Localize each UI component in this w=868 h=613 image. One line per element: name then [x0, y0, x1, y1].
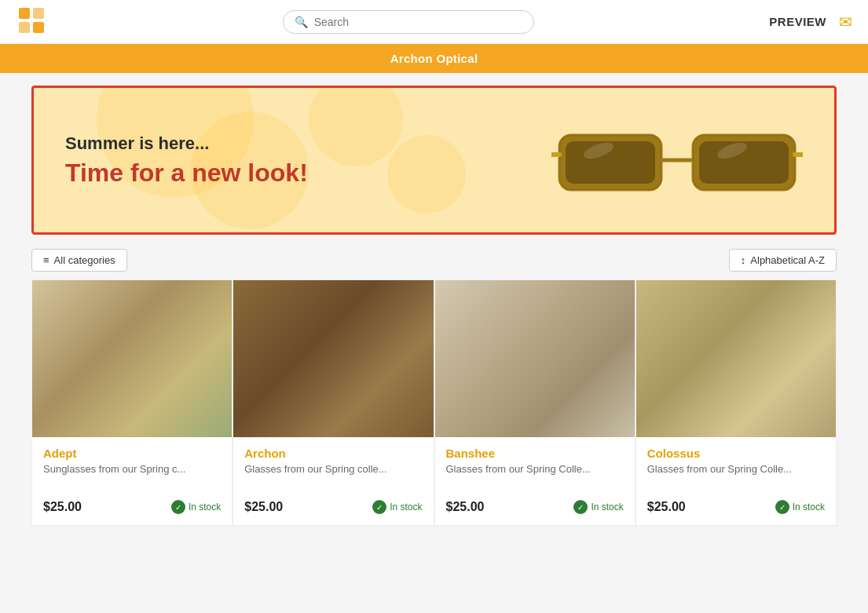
- product-name-0: Adept: [43, 447, 221, 460]
- svg-rect-0: [19, 8, 30, 19]
- product-name-2: Banshee: [446, 447, 624, 460]
- in-stock-badge-0: ✓ In stock: [171, 500, 221, 514]
- hero-banner: Summer is here... Time for a new look!: [31, 86, 837, 235]
- hero-line2: Time for a new look!: [65, 159, 308, 188]
- product-footer-0: $25.00 ✓ In stock: [32, 494, 232, 525]
- filter-icon: ≡: [43, 254, 49, 266]
- product-footer-2: $25.00 ✓ In stock: [435, 494, 635, 525]
- product-desc-3: Glasses from our Spring Colle...: [647, 463, 825, 475]
- product-desc-0: Sunglasses from our Spring c...: [43, 463, 221, 475]
- check-icon-2: ✓: [573, 500, 588, 514]
- product-image-3: [636, 280, 836, 437]
- hero-glasses: [551, 111, 803, 209]
- product-card[interactable]: Colossus Glasses from our Spring Colle..…: [635, 279, 837, 526]
- products-grid: Adept Sunglasses from our Spring c... $2…: [0, 279, 868, 526]
- search-input[interactable]: [314, 16, 522, 28]
- product-card[interactable]: Archon Glasses from our Spring colle... …: [233, 279, 434, 526]
- svg-rect-2: [19, 22, 30, 33]
- svg-rect-1: [33, 8, 44, 19]
- product-footer-1: $25.00 ✓ In stock: [233, 494, 433, 525]
- check-icon-3: ✓: [775, 500, 789, 514]
- svg-rect-3: [33, 22, 44, 33]
- product-name-3: Colossus: [647, 447, 825, 460]
- product-info-3: Colossus Glasses from our Spring Colle..…: [636, 437, 836, 494]
- store-title: Archon Optical: [390, 52, 478, 65]
- check-icon-1: ✓: [372, 500, 386, 514]
- in-stock-badge-1: ✓ In stock: [372, 500, 422, 514]
- mail-icon[interactable]: ✉: [839, 13, 852, 31]
- sort-icon: ↕: [741, 254, 746, 266]
- product-name-1: Archon: [244, 447, 422, 460]
- filter-bar: ≡ All categories ↕ Alphabetical A-Z: [0, 241, 868, 279]
- hero-section: Summer is here... Time for a new look!: [0, 73, 868, 241]
- search-icon: 🔍: [295, 16, 308, 28]
- product-info-1: Archon Glasses from our Spring colle...: [233, 437, 433, 494]
- product-card[interactable]: Banshee Glasses from our Spring Colle...…: [434, 279, 635, 526]
- sort-label: Alphabetical A-Z: [750, 254, 825, 266]
- top-navigation: 🔍 PREVIEW ✉: [0, 0, 868, 44]
- logo[interactable]: [16, 5, 47, 39]
- store-banner-bar: Archon Optical: [0, 44, 868, 73]
- sort-button[interactable]: ↕ Alphabetical A-Z: [729, 249, 837, 272]
- product-desc-1: Glasses from our Spring colle...: [244, 463, 422, 475]
- categories-label: All categories: [54, 254, 115, 266]
- product-footer-3: $25.00 ✓ In stock: [636, 494, 836, 525]
- product-price-0: $25.00: [43, 500, 82, 514]
- nav-right: PREVIEW ✉: [769, 13, 852, 31]
- search-bar[interactable]: 🔍: [283, 10, 534, 34]
- check-icon-0: ✓: [171, 500, 185, 514]
- hero-text: Summer is here... Time for a new look!: [65, 133, 308, 188]
- in-stock-badge-2: ✓ In stock: [573, 500, 623, 514]
- product-image-2: [435, 280, 635, 437]
- product-info-0: Adept Sunglasses from our Spring c...: [32, 437, 232, 494]
- hero-line1: Summer is here...: [65, 133, 308, 154]
- in-stock-badge-3: ✓ In stock: [775, 500, 825, 514]
- product-image-0: [32, 280, 232, 437]
- product-info-2: Banshee Glasses from our Spring Colle...: [435, 437, 635, 494]
- preview-button[interactable]: PREVIEW: [769, 15, 826, 28]
- product-image-1: [233, 280, 433, 437]
- product-price-3: $25.00: [647, 500, 686, 514]
- product-price-1: $25.00: [244, 500, 283, 514]
- categories-filter-button[interactable]: ≡ All categories: [31, 249, 127, 272]
- product-price-2: $25.00: [446, 500, 485, 514]
- product-card[interactable]: Adept Sunglasses from our Spring c... $2…: [31, 279, 233, 526]
- product-desc-2: Glasses from our Spring Colle...: [446, 463, 624, 475]
